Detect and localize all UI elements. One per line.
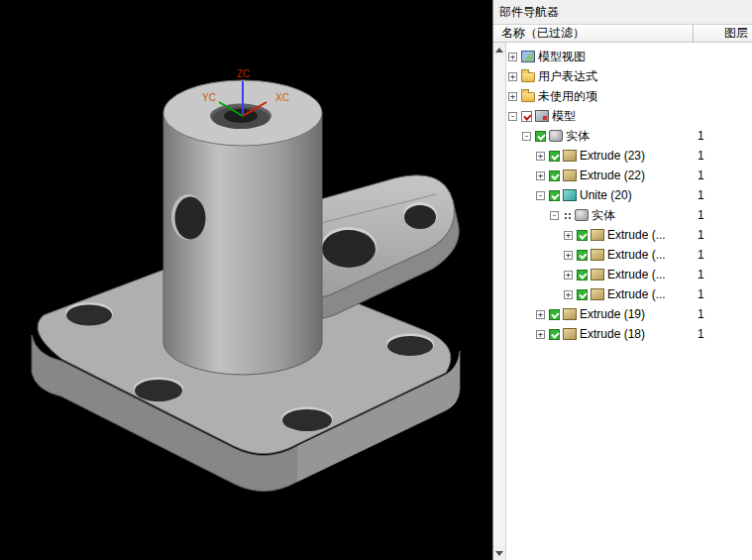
expand-toggle[interactable]: + <box>564 231 573 240</box>
column-header-name[interactable]: 名称（已过滤） <box>493 25 694 43</box>
plate-hole[interactable] <box>135 380 182 401</box>
plate-hole[interactable] <box>66 305 112 326</box>
grid-marker-icon <box>563 211 572 220</box>
scroll-down-button[interactable] <box>493 546 505 560</box>
tree-item-label: 实体 <box>591 207 615 224</box>
flange-hole-small[interactable] <box>404 205 436 229</box>
extrude-icon <box>563 328 577 340</box>
expand-toggle[interactable]: + <box>536 330 545 339</box>
axis-x-label: XC <box>275 92 289 103</box>
extrude-icon <box>591 229 604 241</box>
part-navigator-tree: + 模型视图 + 用户表达式 + 未使用的项 - <box>506 43 752 560</box>
tree-row-model-views[interactable]: + 模型视图 <box>506 47 752 66</box>
expand-toggle[interactable]: + <box>564 271 573 280</box>
extrude-icon <box>591 249 604 261</box>
model-views-icon <box>521 51 535 62</box>
feature-checkbox[interactable] <box>549 170 560 181</box>
expand-toggle[interactable]: + <box>508 53 517 61</box>
model-3d[interactable]: ZC YC XC <box>0 0 492 560</box>
expand-toggle[interactable]: - <box>522 132 531 141</box>
tree-item-label: Extrude (22) <box>580 168 645 182</box>
tree-row-extrude-c[interactable]: + Extrude (... 1 <box>506 265 752 284</box>
part-navigator-panel: 部件导航器 名称（已过滤） 图层 + 模型视图 <box>492 0 752 560</box>
panel-body: + 模型视图 + 用户表达式 + 未使用的项 - <box>493 43 752 560</box>
tree-row-solid-body[interactable]: - 实体 1 <box>506 126 752 146</box>
cylinder[interactable] <box>163 80 322 375</box>
panel-title[interactable]: 部件导航器 <box>493 0 752 25</box>
tree-row-extrude-19[interactable]: + Extrude (19) 1 <box>506 304 752 324</box>
tree-item-label: Extrude (... <box>607 287 666 301</box>
feature-checkbox[interactable] <box>577 289 588 300</box>
extrude-icon <box>591 269 604 280</box>
extrude-icon <box>563 308 577 320</box>
tree-row-user-expressions[interactable]: + 用户表达式 <box>506 66 752 86</box>
solid-body-icon <box>575 209 589 221</box>
scrollbar-track[interactable] <box>493 56 505 546</box>
layer-value: 1 <box>698 205 704 225</box>
tree-row-extrude-a[interactable]: + Extrude (... 1 <box>506 225 752 245</box>
triangle-up-icon <box>495 48 503 53</box>
tree-row-extrude-b[interactable]: + Extrude (... 1 <box>506 245 752 265</box>
expand-toggle[interactable]: - <box>536 191 545 200</box>
tree-row-extrude-23[interactable]: + Extrude (23) 1 <box>506 146 752 166</box>
tree-item-label: 实体 <box>566 128 590 145</box>
tree-row-unite-20[interactable]: - Unite (20) 1 <box>506 185 752 205</box>
layer-value: 1 <box>698 284 704 304</box>
expand-toggle[interactable]: + <box>536 152 545 161</box>
solid-body-icon <box>549 130 563 142</box>
layer-value: 1 <box>698 265 704 284</box>
graphics-viewport[interactable]: ZC YC XC <box>0 0 492 560</box>
feature-checkbox[interactable] <box>577 250 588 261</box>
application-window: ZC YC XC 部件导航器 名称（已过滤） 图层 <box>0 0 752 560</box>
tree-row-model[interactable]: - 模型 <box>506 106 752 126</box>
layer-value: 1 <box>698 166 704 185</box>
plate-hole[interactable] <box>282 409 332 431</box>
tree-row-unused-items[interactable]: + 未使用的项 <box>506 86 752 106</box>
axis-y-label: YC <box>202 92 216 103</box>
tree-item-label: Unite (20) <box>580 188 632 202</box>
tree-row-extrude-d[interactable]: + Extrude (... 1 <box>506 284 752 304</box>
flange-hole-large[interactable] <box>322 230 376 268</box>
plate-hole[interactable] <box>387 336 433 356</box>
folder-icon <box>521 92 535 102</box>
tree-row-extrude-18[interactable]: + Extrude (18) 1 <box>506 324 752 344</box>
expand-toggle[interactable]: - <box>508 112 517 121</box>
scroll-up-button[interactable] <box>493 43 505 56</box>
expand-toggle[interactable]: + <box>536 171 545 180</box>
side-hole[interactable] <box>175 197 206 240</box>
tree-item-label: Extrude (... <box>607 248 666 262</box>
model-checkbox[interactable] <box>521 111 532 122</box>
feature-checkbox[interactable] <box>549 190 560 201</box>
tree-row-extrude-22[interactable]: + Extrude (22) 1 <box>506 166 752 185</box>
feature-checkbox[interactable] <box>549 329 560 340</box>
triangle-down-icon <box>495 551 503 556</box>
feature-checkbox[interactable] <box>577 230 588 241</box>
tree-item-label: 模型视图 <box>538 49 586 65</box>
tree-item-label: Extrude (... <box>607 228 666 242</box>
extrude-icon <box>563 150 577 162</box>
expand-toggle[interactable]: + <box>564 290 573 299</box>
tree-item-label: Extrude (... <box>607 268 666 281</box>
feature-checkbox[interactable] <box>535 131 546 142</box>
expand-toggle[interactable]: + <box>508 92 517 101</box>
feature-checkbox[interactable] <box>577 270 588 280</box>
layer-value: 1 <box>698 245 704 265</box>
expand-toggle[interactable]: + <box>564 251 573 260</box>
expand-toggle[interactable]: - <box>550 211 559 220</box>
tree-row-unite-body[interactable]: - 实体 1 <box>506 205 752 225</box>
scrollbar-vertical[interactable] <box>493 43 506 560</box>
layer-value: 1 <box>698 185 704 205</box>
tree-column-headers: 名称（已过滤） 图层 <box>493 25 752 43</box>
extrude-icon <box>591 288 604 300</box>
cylinder-body[interactable] <box>163 113 322 375</box>
layer-value: 1 <box>698 324 704 344</box>
tree-item-label: 模型 <box>552 108 576 125</box>
feature-checkbox[interactable] <box>549 309 560 320</box>
layer-value: 1 <box>698 146 704 166</box>
feature-checkbox[interactable] <box>549 151 560 162</box>
expand-toggle[interactable]: + <box>536 310 545 319</box>
layer-value: 1 <box>698 304 704 324</box>
expand-toggle[interactable]: + <box>508 72 517 81</box>
column-header-layer[interactable]: 图层 <box>694 25 752 43</box>
tree-item-label: Extrude (19) <box>580 307 645 321</box>
